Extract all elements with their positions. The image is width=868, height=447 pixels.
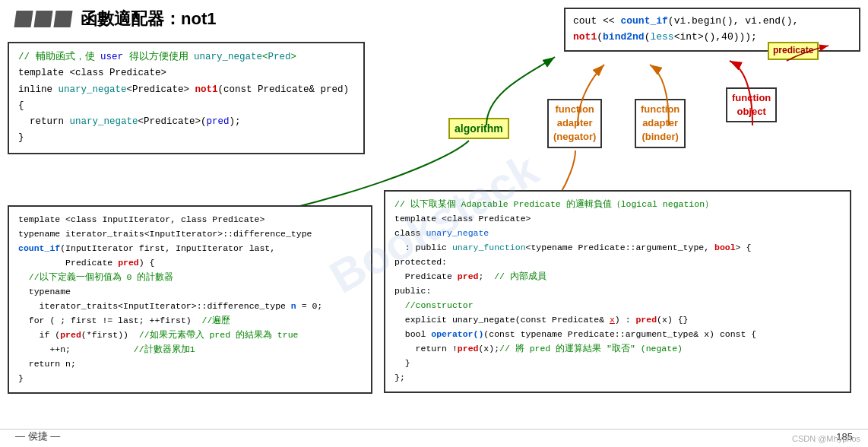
br-line9: explicit unary_negate(const Predicate& x… <box>394 313 841 328</box>
title-bold: not1 <box>181 9 216 28</box>
br-line8: //constructor <box>394 299 841 313</box>
page: Bookstack 函數適配器：not1 cout << count_if(vi… <box>0 0 868 447</box>
csdn-credit: CSDN @Mhypnos <box>792 434 860 443</box>
bottom-right-code-box: // 以下取某個 Adaptable Predicate 的邏輯負值（logic… <box>384 190 851 393</box>
bl-line3: count_if(InputIterator first, InputItera… <box>18 242 362 256</box>
annotation-adapter-binder: functionadapter(binder) <box>635 99 686 148</box>
annotation-function-object: functionobject <box>726 87 777 122</box>
top-right-line1: cout << count_if(vi.begin(), vi.end(), <box>573 14 851 30</box>
left-top-code-box: // 輔助函式，使 user 得以方便使用 unary_negate<Pred>… <box>8 42 365 154</box>
bl-line7: iterator_traits<InputIterator>::differen… <box>18 300 362 314</box>
title-icons <box>15 11 71 27</box>
left-top-comment: // 輔助函式，使 user 得以方便使用 unary_negate<Pred> <box>18 49 354 65</box>
bl-line12: } <box>18 372 362 386</box>
br-line7: public: <box>394 284 841 299</box>
bl-line9: if (pred(*first)) //如果元素帶入 pred 的結果為 tru… <box>18 328 362 343</box>
br-line4: : public unary_function<typename Predica… <box>394 241 841 255</box>
footer: — 侯捷 — 185 <box>0 429 868 443</box>
page-title: 函數適配器：not1 <box>81 8 216 30</box>
br-line5: protected: <box>394 255 841 270</box>
title-icon-3 <box>53 11 72 27</box>
bl-line5: //以下定義一個初值為 0 的計數器 <box>18 271 362 285</box>
bl-line6: typename <box>18 285 362 300</box>
bottom-left-code-box: template <class InputIterator, class Pre… <box>8 205 372 394</box>
br-line3: class unary_negate <box>394 227 841 241</box>
title-icon-2 <box>33 11 52 27</box>
footer-left: — 侯捷 — <box>15 430 60 443</box>
br-line12: } <box>394 357 841 371</box>
br-comment1: // 以下取某個 Adaptable Predicate 的邏輯負值（logic… <box>394 198 841 212</box>
br-line11: return !pred(x);// 將 pred 的運算結果 "取否" (ne… <box>394 342 841 357</box>
left-top-line3: inline unary_negate<Predicate> not1(cons… <box>18 82 354 115</box>
bl-line2: typename iterator_traits<InputIterator>:… <box>18 227 362 242</box>
bl-line4: Predicate pred) { <box>18 256 362 271</box>
bl-line8: for ( ; first != last; ++first) //遍歷 <box>18 314 362 328</box>
bl-line10: ++n; //計數器累加1 <box>18 343 362 357</box>
title-icon-1 <box>14 11 33 27</box>
br-line2: template <class Predicate> <box>394 212 841 227</box>
annotation-algorithm: algorithm <box>448 118 509 139</box>
bl-line1: template <class InputIterator, class Pre… <box>18 213 362 227</box>
left-top-line5: } <box>18 130 354 146</box>
annotation-predicate: predicate <box>768 42 819 60</box>
annotation-adapter-negator: functionadapter(negator) <box>547 99 602 148</box>
br-line13: }; <box>394 371 841 385</box>
br-line10: bool operator()(const typename Predicate… <box>394 328 841 342</box>
bl-line11: return n; <box>18 357 362 372</box>
br-line6: Predicate pred; // 內部成員 <box>394 270 841 284</box>
left-top-line2: template <class Predicate> <box>18 65 354 81</box>
left-top-line4: return unary_negate<Predicate>(pred); <box>18 114 354 130</box>
